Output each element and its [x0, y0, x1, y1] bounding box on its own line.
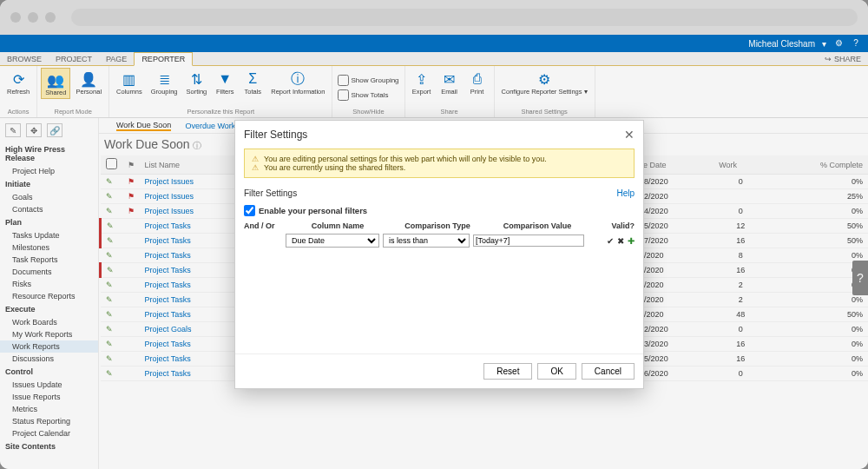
value-input[interactable]	[473, 234, 584, 247]
tab-page[interactable]: PAGE	[99, 53, 134, 65]
show-totals-check[interactable]: Show Totals	[336, 89, 390, 102]
pct-cell: 50%	[767, 307, 868, 322]
nav-head[interactable]: Site Contents	[0, 439, 98, 453]
nav-item[interactable]: Issues Update	[0, 379, 98, 391]
sorting-button[interactable]: ⇅Sorting	[183, 68, 211, 97]
comparison-select[interactable]: is less than	[383, 234, 470, 248]
nav-head[interactable]: Initiate	[0, 177, 98, 191]
gear-icon[interactable]: ⚙	[833, 38, 844, 49]
pct-cell: 50%	[767, 219, 868, 234]
edit-icon[interactable]: ✎	[106, 177, 113, 186]
nav-item[interactable]: Metrics	[0, 403, 98, 415]
info-icon[interactable]: ⓘ	[193, 141, 201, 150]
lbl: Filters	[216, 89, 233, 96]
edit-icon[interactable]: ✎	[106, 281, 113, 289]
edit-icon[interactable]: ✎	[106, 325, 113, 334]
edit-icon[interactable]: ✎	[107, 266, 114, 274]
pct-cell: 0%	[767, 204, 868, 219]
edit-icon[interactable]: ✎	[106, 354, 113, 363]
nav-link-icon[interactable]: 🔗	[47, 123, 62, 137]
work-cell: 16	[713, 337, 767, 352]
help-icon[interactable]: ?	[851, 38, 861, 49]
subtab-work-due-soon[interactable]: Work Due Soon	[116, 121, 171, 131]
nav-item[interactable]: Goals	[0, 191, 98, 203]
nav-move-icon[interactable]: ✥	[26, 123, 42, 137]
nav-item[interactable]: Resource Reports	[0, 290, 98, 302]
col-check[interactable]	[101, 155, 122, 175]
personal-mode-button[interactable]: 👤Personal	[72, 68, 105, 97]
email-icon: ✉	[444, 69, 455, 89]
totals-button[interactable]: ΣTotals	[240, 68, 266, 97]
nav-item[interactable]: Risks	[0, 278, 98, 290]
nav-item[interactable]: Project Calendar	[0, 427, 98, 439]
edit-icon[interactable]: ✎	[106, 340, 113, 348]
filter-icon: ▼	[218, 69, 232, 89]
current-user[interactable]: Micheal Clesham	[748, 39, 815, 49]
tab-project[interactable]: PROJECT	[49, 53, 99, 65]
filters-button[interactable]: ▼Filters	[212, 68, 238, 97]
help-tab[interactable]: ?	[852, 261, 868, 295]
ok-button[interactable]: OK	[537, 363, 575, 380]
nav-head[interactable]: Control	[0, 365, 98, 379]
checkbox[interactable]	[244, 205, 255, 216]
nav-item[interactable]: Project Help	[0, 165, 98, 177]
subtab-overdue-work[interactable]: Overdue Work	[185, 122, 235, 130]
nav-item[interactable]: Milestones	[0, 241, 98, 254]
remove-filter-icon[interactable]: ✖	[617, 236, 624, 246]
edit-icon[interactable]: ✎	[107, 221, 114, 230]
nav-head[interactable]: High Wire Press Release	[0, 142, 98, 165]
nav-head[interactable]: Execute	[0, 302, 98, 316]
lbl: Sorting	[187, 89, 207, 96]
enable-personal-filters-check[interactable]: Enable your personal filters	[235, 201, 643, 220]
nav-item[interactable]: Tasks Update	[0, 229, 98, 241]
tab-browse[interactable]: BROWSE	[0, 53, 49, 65]
edit-icon[interactable]: ✎	[106, 207, 113, 215]
edit-icon[interactable]: ✎	[106, 251, 113, 260]
cancel-button[interactable]: Cancel	[582, 363, 635, 380]
url-bar[interactable]	[71, 9, 858, 26]
col-work[interactable]: Work	[713, 155, 767, 175]
refresh-button[interactable]: ⟳Refresh	[3, 68, 33, 97]
nav-item-selected[interactable]: Work Reports	[0, 340, 98, 353]
tab-reporter[interactable]: REPORTER	[134, 52, 193, 66]
nav-edit-icon[interactable]: ✎	[5, 123, 21, 137]
nav-item[interactable]: My Work Reports	[0, 328, 98, 340]
reset-button[interactable]: Reset	[483, 363, 532, 380]
checkbox[interactable]	[338, 75, 349, 86]
edit-icon[interactable]: ✎	[107, 236, 114, 245]
nav-item[interactable]: Issue Reports	[0, 391, 98, 403]
checkbox[interactable]	[338, 89, 349, 101]
columns-button[interactable]: ▥Columns	[113, 68, 146, 97]
shared-label: Shared	[45, 89, 66, 96]
close-icon[interactable]: ✕	[624, 128, 635, 142]
edit-icon[interactable]: ✎	[106, 310, 113, 319]
show-grouping-check[interactable]: Show Grouping	[336, 74, 400, 87]
help-link[interactable]: Help	[616, 188, 635, 198]
grouping-button[interactable]: ≣Grouping	[148, 68, 181, 97]
share-button[interactable]: ↪ SHARE	[818, 53, 868, 65]
info-icon: ⓘ	[291, 69, 305, 89]
nav-item[interactable]: Task Reports	[0, 254, 98, 266]
select-all-checkbox[interactable]	[106, 158, 117, 169]
report-info-button[interactable]: ⓘReport Information	[267, 68, 328, 97]
edit-icon[interactable]: ✎	[106, 192, 113, 201]
print-icon: ⎙	[473, 69, 482, 89]
edit-icon[interactable]: ✎	[106, 295, 113, 304]
shared-mode-button[interactable]: 👥Shared	[41, 68, 70, 99]
nav-item[interactable]: Work Boards	[0, 316, 98, 328]
edit-icon[interactable]: ✎	[106, 369, 113, 378]
work-cell: 8	[713, 248, 767, 263]
nav-item[interactable]: Documents	[0, 266, 98, 278]
nav-item[interactable]: Contacts	[0, 203, 98, 215]
configure-reporter-button[interactable]: ⚙Configure Reporter Settings ▾	[498, 68, 591, 97]
add-filter-icon[interactable]: ✚	[628, 236, 635, 246]
print-button[interactable]: ⎙Print	[464, 68, 490, 97]
export-button[interactable]: ⇪Export	[409, 68, 435, 97]
nav-item[interactable]: Status Reporting	[0, 415, 98, 427]
column-select[interactable]: Due Date	[286, 234, 379, 248]
email-button[interactable]: ✉Email	[437, 68, 463, 97]
nav-item[interactable]: Discussions	[0, 353, 98, 365]
user-chevron-icon[interactable]: ▾	[822, 39, 826, 49]
nav-head[interactable]: Plan	[0, 215, 98, 229]
col-pct[interactable]: % Complete	[767, 155, 868, 175]
